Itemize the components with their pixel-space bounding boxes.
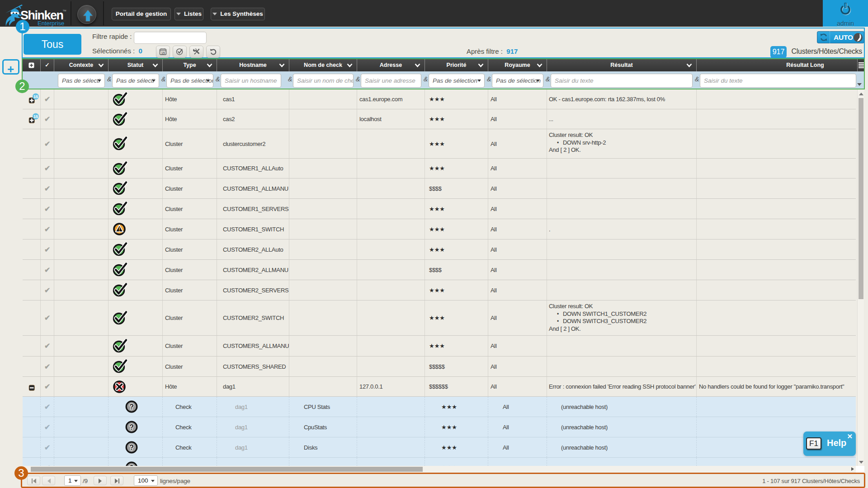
svg-text:?: ? — [129, 443, 134, 451]
svg-text:™: ™ — [62, 9, 66, 14]
svg-text:Enterprise: Enterprise — [38, 20, 64, 27]
svg-text:15: 15 — [33, 94, 38, 99]
svg-text:?: ? — [129, 423, 134, 431]
svg-text:?: ? — [129, 403, 134, 411]
svg-text:15: 15 — [161, 51, 165, 55]
svg-text:15: 15 — [33, 114, 38, 119]
